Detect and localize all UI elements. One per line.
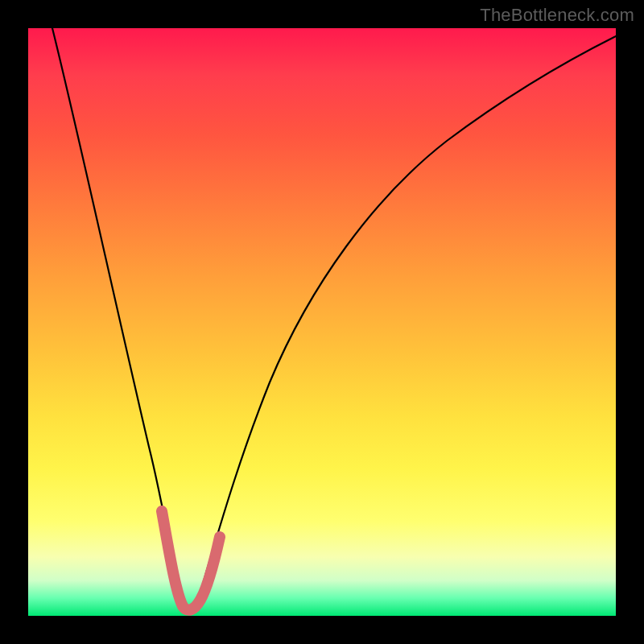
watermark-text: TheBottleneck.com [480, 5, 634, 26]
bottleneck-minimum-band [162, 511, 220, 610]
outer-frame: TheBottleneck.com [0, 0, 644, 644]
plot-area [28, 28, 616, 616]
curve-layer [28, 28, 616, 616]
bottleneck-curve [52, 28, 616, 609]
